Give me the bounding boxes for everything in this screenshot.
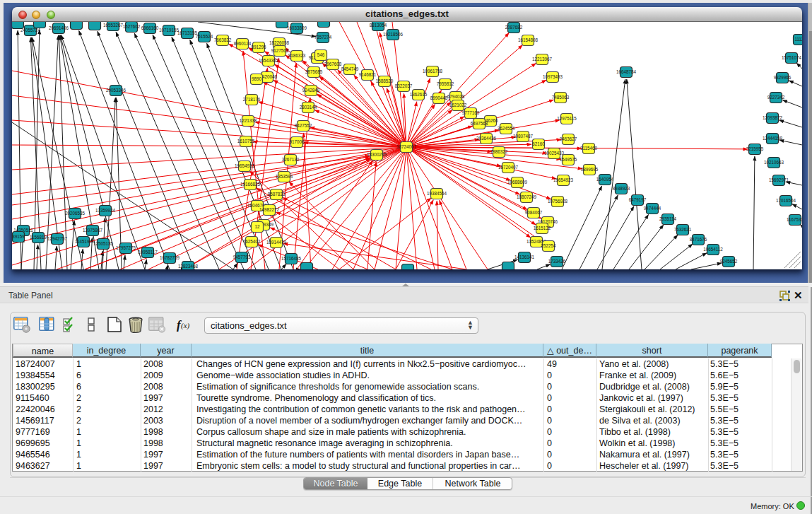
svg-text:62160: 62160 <box>532 141 545 146</box>
svg-text:9127503: 9127503 <box>271 48 289 53</box>
svg-text:14136141: 14136141 <box>514 255 535 259</box>
svg-text:917006: 917006 <box>289 139 305 144</box>
svg-text:891295: 891295 <box>251 45 266 49</box>
svg-text:6497568: 6497568 <box>471 121 488 126</box>
svg-text:10210663: 10210663 <box>764 160 784 165</box>
svg-text:17957275: 17957275 <box>116 245 136 250</box>
svg-text:1353594: 1353594 <box>276 174 293 179</box>
svg-text:2935114: 2935114 <box>659 216 677 221</box>
svg-text:2087682: 2087682 <box>505 25 523 30</box>
svg-text:1615132: 1615132 <box>534 226 551 230</box>
svg-text:9457791: 9457791 <box>233 255 251 259</box>
svg-text:10973493: 10973493 <box>543 74 563 79</box>
svg-text:19654933: 19654933 <box>235 163 255 168</box>
svg-text:8813054: 8813054 <box>370 23 387 28</box>
svg-text:12444158: 12444158 <box>763 136 783 141</box>
svg-text:19384554: 19384554 <box>427 191 447 196</box>
svg-text:7485063: 7485063 <box>552 95 570 100</box>
svg-text:18807249: 18807249 <box>517 194 537 199</box>
svg-text:12942757: 12942757 <box>47 236 68 241</box>
svg-text:9777169: 9777169 <box>462 110 480 115</box>
svg-text:20691406: 20691406 <box>49 25 69 30</box>
svg-text:6966160: 6966160 <box>141 25 159 30</box>
svg-text:9146821: 9146821 <box>359 72 377 77</box>
svg-text:16713155: 16713155 <box>177 30 198 35</box>
svg-text:7955812: 7955812 <box>437 81 454 86</box>
svg-text:8427552: 8427552 <box>295 123 312 128</box>
svg-text:2967608: 2967608 <box>324 62 342 66</box>
svg-text:1167533: 1167533 <box>787 217 802 222</box>
svg-text:1221338: 1221338 <box>240 118 257 123</box>
svg-text:9115460: 9115460 <box>580 146 598 151</box>
svg-text:7663822: 7663822 <box>214 37 232 42</box>
svg-text:7632621: 7632621 <box>674 227 692 232</box>
svg-text:20364436: 20364436 <box>476 136 497 141</box>
svg-text:7625402: 7625402 <box>243 239 261 244</box>
svg-text:14982272: 14982272 <box>259 207 280 212</box>
svg-text:1156819: 1156819 <box>30 235 47 240</box>
svg-text:8454749: 8454749 <box>341 66 359 71</box>
svg-text:10025433: 10025433 <box>544 151 565 156</box>
svg-text:16154808: 16154808 <box>518 37 539 42</box>
svg-text:2718176: 2718176 <box>243 97 261 102</box>
svg-text:15751074: 15751074 <box>782 55 802 60</box>
svg-text:9227342: 9227342 <box>767 95 785 100</box>
svg-text:39159: 39159 <box>12 234 25 239</box>
svg-text:1610755: 1610755 <box>237 139 255 144</box>
svg-text:20206535: 20206535 <box>65 211 86 216</box>
svg-text:10688609: 10688609 <box>507 180 528 185</box>
svg-text:252254: 252254 <box>541 243 556 248</box>
svg-text:12093872: 12093872 <box>763 115 783 120</box>
svg-text:18300295: 18300295 <box>367 152 387 157</box>
svg-text:10654112: 10654112 <box>703 247 723 252</box>
svg-text:16914479: 16914479 <box>266 240 287 245</box>
svg-text:7357274: 7357274 <box>314 35 332 40</box>
svg-text:2803144: 2803144 <box>300 105 317 110</box>
svg-text:9890: 9890 <box>252 76 262 81</box>
svg-text:7515524: 7515524 <box>196 34 213 39</box>
svg-text:3267130: 3267130 <box>282 157 300 162</box>
svg-text:19218506: 19218506 <box>383 32 404 37</box>
svg-text:3875685: 3875685 <box>305 69 323 74</box>
svg-text:1362615: 1362615 <box>410 92 428 97</box>
svg-text:18724007: 18724007 <box>396 144 417 149</box>
svg-text:19654923: 19654923 <box>553 177 574 182</box>
svg-text:17016504: 17016504 <box>776 198 796 203</box>
svg-text:8990448: 8990448 <box>430 95 448 100</box>
svg-text:10719155: 10719155 <box>159 28 180 33</box>
svg-text:1527602: 1527602 <box>123 24 141 29</box>
svg-text:8322037: 8322037 <box>395 83 413 88</box>
svg-text:10807487: 10807487 <box>513 134 534 139</box>
svg-text:20053346: 20053346 <box>106 88 126 93</box>
svg-text:15692971: 15692971 <box>769 177 789 182</box>
svg-text:19166825: 19166825 <box>240 182 261 187</box>
svg-text:10756928: 10756928 <box>548 199 568 204</box>
svg-text:1588520: 1588520 <box>376 78 394 83</box>
svg-text:9245652: 9245652 <box>720 259 738 264</box>
svg-text:0899695: 0899695 <box>581 167 599 172</box>
svg-text:8471676: 8471676 <box>690 237 707 242</box>
svg-text:12823468: 12823468 <box>178 264 199 269</box>
svg-text:10958117: 10958117 <box>138 250 158 255</box>
svg-text:8587833: 8587833 <box>268 192 286 197</box>
svg-text:1112: 1112 <box>794 37 802 42</box>
svg-text:8960124: 8960124 <box>234 41 252 46</box>
svg-text:1549575: 1549575 <box>560 157 577 162</box>
svg-text:16782759: 16782759 <box>160 255 180 260</box>
svg-text:12: 12 <box>254 224 260 229</box>
svg-text:9329966: 9329966 <box>774 75 792 80</box>
svg-text:15720407: 15720407 <box>498 165 519 170</box>
svg-text:8186323: 8186323 <box>288 53 306 58</box>
svg-text:6794028: 6794028 <box>447 94 465 99</box>
svg-text:9463627: 9463627 <box>560 136 577 141</box>
svg-text:9242848: 9242848 <box>302 88 320 93</box>
svg-text:6479197: 6479197 <box>629 197 647 202</box>
svg-text:16033809: 16033809 <box>287 25 307 30</box>
svg-text:10961758: 10961758 <box>423 69 443 74</box>
svg-text:12213967: 12213967 <box>532 57 553 62</box>
svg-text:1145194: 1145194 <box>75 239 93 244</box>
svg-text:9474444: 9474444 <box>644 206 661 211</box>
svg-text:16543362: 16543362 <box>259 58 279 63</box>
svg-text:1640954: 1640954 <box>596 177 614 182</box>
svg-text:3215955: 3215955 <box>746 146 764 151</box>
